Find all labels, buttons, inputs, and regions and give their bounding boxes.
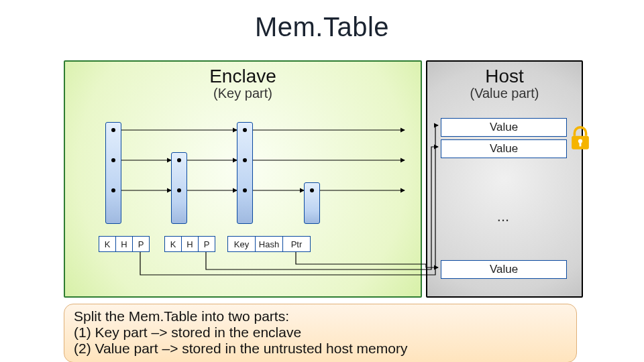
value-cell: Value [441, 118, 567, 137]
value-ellipsis: ... [427, 208, 579, 225]
host-box: Host (Value part) Value Value ... Value [426, 60, 583, 298]
skiplist-node [304, 182, 320, 224]
p-cell: P [133, 236, 150, 252]
hash-cell: Hash [256, 236, 283, 252]
p-cell: P [199, 236, 215, 252]
skiplist-node [105, 122, 121, 224]
k-cell: K [164, 236, 182, 252]
skiplist-node [171, 152, 187, 224]
skiplist-node [237, 122, 253, 224]
ptr-cell: Ptr [283, 236, 311, 252]
diagram-stage: Enclave (Key part) Host (Value part) Val… [64, 60, 580, 295]
enclave-heading: Enclave [65, 66, 421, 87]
caption-line: (1) Key part –> stored in the enclave [74, 324, 567, 341]
host-heading: Host [427, 66, 582, 87]
caption-line: (2) Value part –> stored in the untruste… [74, 341, 567, 357]
page-title: Mem.Table [0, 12, 644, 42]
host-subtitle: (Value part) [427, 86, 582, 101]
svg-rect-2 [580, 141, 582, 146]
h-cell: H [182, 236, 199, 252]
key-cell: Key [227, 236, 256, 252]
value-cell: Value [441, 260, 567, 279]
caption-box: Split the Mem.Table into two parts: (1) … [64, 304, 577, 362]
enclave-subtitle: (Key part) [65, 86, 421, 101]
khp-cells-wide: Key Hash Ptr [227, 236, 311, 252]
khp-cells: K H P [164, 236, 215, 252]
value-cell: Value [441, 139, 567, 158]
caption-line: Split the Mem.Table into two parts: [74, 308, 567, 324]
khp-cells: K H P [99, 236, 150, 252]
k-cell: K [99, 236, 116, 252]
lock-icon [568, 125, 592, 155]
h-cell: H [116, 236, 133, 252]
